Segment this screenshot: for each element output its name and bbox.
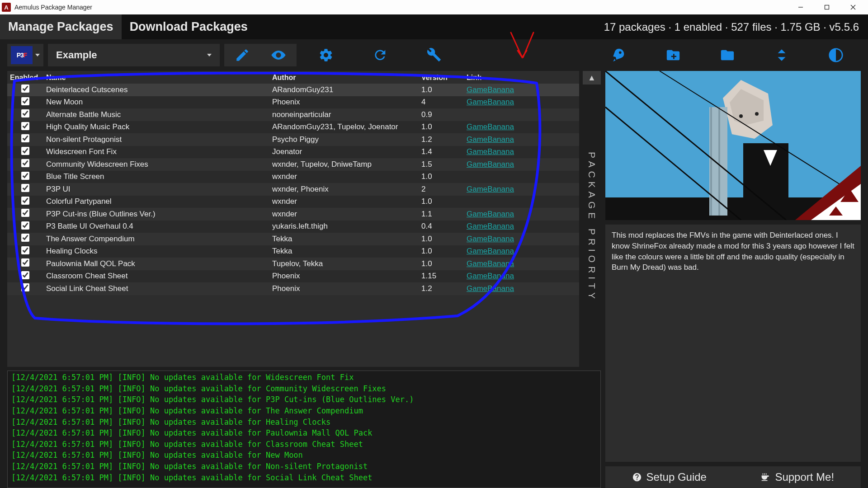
table-row[interactable]: Non-silent ProtagonistPsycho Piggy1.2Gam… <box>7 133 579 146</box>
setup-guide-button[interactable]: Setup Guide <box>605 466 733 488</box>
table-row[interactable]: Community Widescreen Fixeswxnder, Tupelo… <box>7 158 579 171</box>
table-row[interactable]: Social Link Cheat SheetPhoenix1.2GameBan… <box>7 282 579 295</box>
enabled-checkbox[interactable] <box>21 184 29 192</box>
col-version[interactable]: Version <box>419 74 464 82</box>
table-row[interactable]: The Answer CompendiumTekka1.0GameBanana <box>7 233 579 245</box>
enabled-checkbox[interactable] <box>21 147 29 155</box>
package-version: 1.15 <box>419 272 464 281</box>
close-button[interactable] <box>840 0 866 14</box>
enabled-checkbox[interactable] <box>21 221 29 230</box>
enabled-checkbox[interactable] <box>21 209 29 217</box>
loadout-selector[interactable]: Example <box>48 44 220 66</box>
package-name: Colorful Partypanel <box>43 197 269 206</box>
package-link[interactable]: GameBanana <box>467 135 514 144</box>
table-row[interactable]: Alternate Battle Musicnooneinparticular0… <box>7 108 579 121</box>
open-folder-button[interactable] <box>703 44 752 66</box>
package-link[interactable]: GameBanana <box>467 247 514 255</box>
package-name: Non-silent Protagonist <box>43 135 269 144</box>
chevron-down-icon <box>35 54 40 56</box>
enabled-checkbox[interactable] <box>21 97 29 105</box>
package-link[interactable]: GameBanana <box>467 210 514 218</box>
col-author[interactable]: Author <box>269 74 419 82</box>
game-selector[interactable]: P3F <box>7 44 43 66</box>
top-bar: Manage Packages Download Packages 17 pac… <box>0 14 868 39</box>
table-row[interactable]: Widescreen Font FixJoenator1.4GameBanana <box>7 146 579 159</box>
package-version: 1.0 <box>419 235 464 244</box>
sort-button[interactable] <box>757 44 807 66</box>
build-button[interactable] <box>410 44 459 66</box>
col-link[interactable]: Link <box>464 74 579 82</box>
package-link[interactable]: GameBanana <box>467 272 514 280</box>
priority-up-button[interactable]: ▲ <box>583 71 601 84</box>
package-version: 1.2 <box>419 284 464 293</box>
table-row[interactable]: Deinterlaced CutscenesARandomGuy2311.0Ga… <box>7 84 579 96</box>
enabled-checkbox[interactable] <box>21 134 29 142</box>
package-name: Alternate Battle Music <box>43 110 269 119</box>
package-author: Phoenix <box>269 98 419 107</box>
package-author: wxnder <box>269 210 419 219</box>
package-name: The Answer Compendium <box>43 235 269 244</box>
preview-button[interactable] <box>260 44 297 66</box>
enabled-checkbox[interactable] <box>21 109 29 117</box>
package-link[interactable]: GameBanana <box>467 160 514 169</box>
package-name: Blue Title Screen <box>43 172 269 181</box>
package-author: ARandomGuy231 <box>269 85 419 94</box>
enabled-checkbox[interactable] <box>21 172 29 180</box>
table-row[interactable]: P3 Battle UI Overhaul 0.4yukaris.left.th… <box>7 221 579 233</box>
table-row[interactable]: Paulownia Mall QOL PackTupelov, Tekka1.0… <box>7 258 579 270</box>
col-name[interactable]: Name <box>43 74 269 82</box>
theme-toggle-button[interactable] <box>811 44 861 66</box>
tab-manage-packages[interactable]: Manage Packages <box>0 14 122 39</box>
enabled-checkbox[interactable] <box>21 283 29 291</box>
launch-button[interactable] <box>594 44 644 66</box>
enabled-checkbox[interactable] <box>21 159 29 167</box>
package-version: 2 <box>419 185 464 194</box>
package-version: 1.2 <box>419 135 464 144</box>
settings-button[interactable] <box>301 44 351 66</box>
package-author: ARandomGuy231, Tupelov, Joenator <box>269 122 419 131</box>
refresh-button[interactable] <box>355 44 405 66</box>
maximize-button[interactable] <box>814 0 840 14</box>
enabled-checkbox[interactable] <box>21 271 29 279</box>
package-link[interactable]: GameBanana <box>467 98 514 106</box>
table-row[interactable]: Colorful Partypanelwxnder1.0 <box>7 196 579 208</box>
package-preview-image <box>605 71 861 220</box>
new-folder-button[interactable] <box>648 44 698 66</box>
table-row[interactable]: Blue Title Screenwxnder1.0 <box>7 171 579 183</box>
package-author: Joenator <box>269 147 419 156</box>
enabled-checkbox[interactable] <box>21 197 29 205</box>
enabled-checkbox[interactable] <box>21 122 29 130</box>
svg-rect-1 <box>825 5 829 9</box>
enabled-checkbox[interactable] <box>21 258 29 267</box>
table-row[interactable]: P3P UIwxnder, Phoenix2GameBanana <box>7 183 579 196</box>
edit-loadout-button[interactable] <box>224 44 260 66</box>
enabled-checkbox[interactable] <box>21 84 29 93</box>
table-row[interactable]: New MoonPhoenix4GameBanana <box>7 96 579 109</box>
package-link[interactable]: GameBanana <box>467 147 514 156</box>
col-enabled[interactable]: Enabled <box>7 74 43 82</box>
package-link[interactable]: GameBanana <box>467 284 514 293</box>
package-link[interactable]: GameBanana <box>467 85 514 94</box>
table-row[interactable]: High Quality Music PackARandomGuy231, Tu… <box>7 121 579 134</box>
package-link[interactable]: GameBanana <box>467 185 514 193</box>
table-row[interactable]: P3P Cut-ins (Blue Outlines Ver.)wxnder1.… <box>7 208 579 221</box>
svg-rect-13 <box>718 107 720 216</box>
package-link[interactable]: GameBanana <box>467 235 514 243</box>
enabled-checkbox[interactable] <box>21 246 29 254</box>
toolbar: P3F Example <box>0 39 868 71</box>
enabled-checkbox[interactable] <box>21 234 29 242</box>
package-link[interactable]: GameBanana <box>467 122 514 131</box>
minimize-button[interactable] <box>788 0 814 14</box>
package-name: P3P UI <box>43 185 269 194</box>
package-link[interactable]: GameBanana <box>467 259 514 268</box>
log-output[interactable]: [12/4/2021 6:57:01 PM] [INFO] No updates… <box>7 371 601 488</box>
package-version: 0.4 <box>419 222 464 231</box>
package-link[interactable]: GameBanana <box>467 222 514 230</box>
support-me-button[interactable]: Support Me! <box>733 466 861 488</box>
table-row[interactable]: Classroom Cheat SheetPhoenix1.15GameBana… <box>7 270 579 283</box>
tab-download-packages[interactable]: Download Packages <box>122 14 256 39</box>
package-author: Phoenix <box>269 272 419 281</box>
package-name: Paulownia Mall QOL Pack <box>43 259 269 268</box>
table-row[interactable]: Healing ClocksTekka1.0GameBanana <box>7 245 579 258</box>
package-name: High Quality Music Pack <box>43 122 269 131</box>
